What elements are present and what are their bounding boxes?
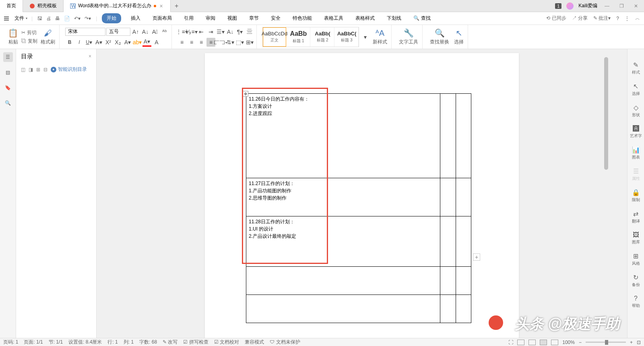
status-proof[interactable]: ☑ 文档校对 <box>214 339 239 346</box>
tab-template[interactable]: 稻壳模板 <box>23 0 64 12</box>
tab-reference[interactable]: 引用 <box>182 13 196 23</box>
line-height-button[interactable]: ⇅▾ <box>226 38 235 47</box>
collapse-ribbon-icon[interactable]: ⋮ <box>625 16 630 21</box>
status-zoom[interactable]: 100% <box>562 340 575 345</box>
document-table[interactable]: 11.26日今日的工作内容有： 1.方案设计 2.进度跟踪 11.27日工作的计… <box>246 93 471 323</box>
style-gallery[interactable]: AaBbCcDd正文 AaBb标题 1 AaBb(标题 2 AaBbC(标题 3 <box>262 27 359 47</box>
style-heading3[interactable]: AaBbC(标题 3 <box>335 27 359 47</box>
status-protect[interactable]: 🛡 文档未保护 <box>270 339 300 346</box>
comment-button[interactable]: ✎ 批注▾ <box>593 15 611 22</box>
zoom-icon[interactable]: 🔍 <box>3 98 13 108</box>
table-move-handle[interactable]: ✥ <box>243 91 248 97</box>
status-section[interactable]: 节: 1/1 <box>49 339 63 346</box>
align-left-button[interactable]: ≡ <box>178 38 186 47</box>
font-size-select[interactable] <box>106 28 130 36</box>
style-panel-button[interactable]: ✎样式 <box>632 61 640 75</box>
status-page[interactable]: 页面: 1/1 <box>24 339 43 346</box>
tab-table-style[interactable]: 表格样式 <box>353 13 377 23</box>
border-button[interactable]: ⊞▾ <box>245 38 254 47</box>
hamburger-icon[interactable] <box>4 16 9 21</box>
style-gallery-expand[interactable]: ▾ <box>361 33 369 41</box>
scrollbar[interactable] <box>603 49 610 330</box>
zoom-handle[interactable] <box>605 340 608 345</box>
decrease-font-icon[interactable]: A↓ <box>141 27 150 36</box>
view-read-button[interactable] <box>551 340 558 345</box>
close-panel-icon[interactable]: × <box>89 54 91 59</box>
sort-button[interactable]: A↓ <box>226 27 235 36</box>
print-preview-icon[interactable]: 📄 <box>64 16 70 21</box>
limit-panel-button[interactable]: 🔒限制 <box>632 189 640 203</box>
table-cell[interactable] <box>456 178 471 216</box>
sync-status[interactable]: ⟲ 已同步 <box>546 15 566 22</box>
add-tab-button[interactable]: + <box>171 2 183 10</box>
table-cell[interactable] <box>440 216 456 267</box>
status-compat[interactable]: 兼容模式 <box>245 339 264 346</box>
style-body[interactable]: AaBbCcDd正文 <box>263 27 286 47</box>
remove-icon[interactable]: ⊟ <box>43 67 47 72</box>
undo-icon[interactable]: ↶▾ <box>74 16 80 21</box>
add-icon[interactable]: ⊞ <box>36 67 40 72</box>
page-icon[interactable]: ▤ <box>3 68 13 77</box>
status-spell[interactable]: ☑ 拼写检查 <box>183 339 208 346</box>
backup-panel-button[interactable]: ↻备份 <box>632 274 640 288</box>
align-center-button[interactable]: ≡ <box>187 38 196 47</box>
smart-outline-button[interactable]: ✦ 智能识别目录 <box>51 66 87 73</box>
font-family-select[interactable] <box>65 28 105 36</box>
tab-find[interactable]: 🔍 查找 <box>411 13 433 23</box>
save-as-icon[interactable]: 🖨 <box>46 16 51 21</box>
table-cell[interactable] <box>440 267 456 295</box>
strikethrough-button[interactable]: A̶▾ <box>94 38 103 47</box>
avatar[interactable] <box>566 2 574 10</box>
line-spacing-button[interactable]: 亖 <box>245 27 254 36</box>
view-print-button[interactable] <box>517 340 524 345</box>
select-panel-button[interactable]: ↖选择 <box>632 82 640 97</box>
underline-button[interactable]: U▾ <box>85 38 93 47</box>
redo-icon[interactable]: ↷▾ <box>85 16 91 21</box>
font-color-button[interactable]: A▾ <box>142 38 151 47</box>
table-cell[interactable] <box>456 216 471 267</box>
zoom-out-button[interactable]: − <box>579 340 582 345</box>
print-icon[interactable]: 🖶 <box>55 16 60 21</box>
table-cell[interactable] <box>246 295 440 323</box>
align-right-button[interactable]: ≡ <box>197 38 206 47</box>
change-case-icon[interactable]: ᴬᵇ <box>160 27 169 36</box>
tab-table-tools[interactable]: 表格工具 <box>322 13 346 23</box>
table-cell[interactable]: 11.28日工作的计划： 1.UI 的设计 2.产品设计最终的敲定 <box>246 216 440 267</box>
distribute-button[interactable]: ⫍⫎▾ <box>216 38 225 47</box>
status-revise[interactable]: ✎ 改写 <box>163 339 178 346</box>
tab-section[interactable]: 章节 <box>247 13 261 23</box>
paste-button[interactable]: 📋粘贴 <box>6 27 20 46</box>
status-word-count[interactable]: 字数: 68 <box>139 339 157 346</box>
superscript-button[interactable]: X² <box>104 38 113 47</box>
close-icon[interactable]: × <box>159 3 163 9</box>
wordart-panel-button[interactable]: 🅰艺术字 <box>630 125 642 139</box>
text-effect-button[interactable]: A▾ <box>123 38 132 47</box>
copy-button[interactable]: ⿻ 复制 <box>21 38 37 45</box>
text-direction-button[interactable]: ☰▾ <box>216 27 225 36</box>
increase-indent-button[interactable]: ⇥ <box>206 27 215 36</box>
text-tools-button[interactable]: 🔧文字工具 <box>397 27 420 46</box>
clear-format-icon[interactable]: Aͯ <box>151 27 159 36</box>
table-cell[interactable]: 11.26日今日的工作内容有： 1.方案设计 2.进度跟踪 <box>246 94 440 178</box>
status-page-num[interactable]: 页码: 1 <box>3 339 18 346</box>
decrease-indent-button[interactable]: ⇤ <box>197 27 206 36</box>
status-col[interactable]: 列: 1 <box>124 339 134 346</box>
status-row[interactable]: 行: 1 <box>107 339 118 346</box>
bookmark-icon[interactable]: 🔖 <box>3 83 13 93</box>
tab-view[interactable]: 视图 <box>225 13 239 23</box>
zoom-slider[interactable] <box>586 342 626 343</box>
highlight-button[interactable]: ab▾ <box>133 38 142 47</box>
add-column-button[interactable]: + <box>473 253 480 261</box>
table-cell[interactable] <box>456 94 471 178</box>
table-cell[interactable] <box>456 267 471 295</box>
chart-panel-button[interactable]: 📊图表 <box>632 146 640 160</box>
bold-button[interactable]: B <box>65 38 74 47</box>
format-painter-button[interactable]: 🖌格式刷 <box>39 28 57 46</box>
bullet-list-button[interactable]: ⋮≡▾ <box>178 27 186 36</box>
tab-document[interactable]: W Word表格中的...过大不好看怎么办 × <box>64 0 171 12</box>
maximize-icon[interactable]: ❐ <box>617 1 626 11</box>
char-shading-button[interactable]: A <box>152 38 161 47</box>
table-cell[interactable] <box>246 267 440 295</box>
share-button[interactable]: ↗ 分享 <box>572 15 588 22</box>
table-cell[interactable] <box>456 295 471 323</box>
